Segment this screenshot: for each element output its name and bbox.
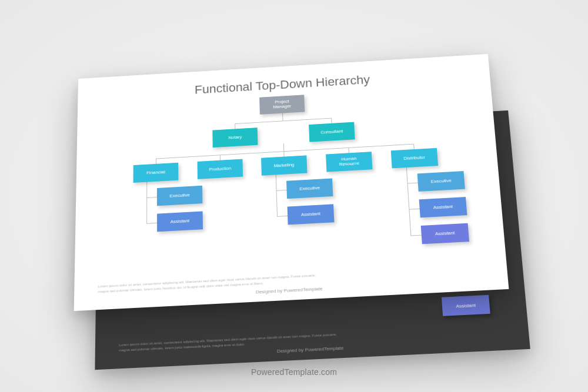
org-node-project-manager: ProjectManager (259, 95, 305, 115)
org-node-executive-2: Executive (286, 178, 333, 199)
connector (146, 197, 157, 198)
org-node-executive-3: Executive (417, 171, 465, 192)
org-node-assistant-2: Assistant (288, 204, 335, 225)
connector (409, 208, 419, 209)
org-node-assistant-4: Assistant (421, 223, 469, 244)
connector (406, 167, 412, 235)
connector (282, 113, 283, 120)
org-node-distributor: Distributor (391, 148, 438, 168)
connector (413, 143, 415, 149)
watermark: PoweredTemplate.com (251, 367, 337, 377)
connector (276, 175, 278, 216)
connector (277, 215, 288, 216)
org-node-notary: Notary (212, 128, 258, 148)
connector (407, 182, 417, 183)
org-node-assistant-3: Assistant (419, 197, 467, 217)
slide-light: Functional Top-Down Hierarchy (74, 53, 509, 310)
connector (235, 123, 235, 129)
org-node-assistant-1: Assistant (157, 211, 203, 232)
org-node-executive-1: Executive (157, 185, 202, 206)
connector (410, 234, 421, 236)
connector (283, 143, 284, 151)
connector (146, 222, 157, 223)
org-node-marketing: Marketing (261, 155, 307, 175)
connector (276, 189, 287, 190)
connector (220, 155, 220, 160)
org-node-production: Production (198, 159, 243, 179)
connector (331, 118, 332, 123)
connector (156, 158, 156, 163)
org-node-consultant: Consultant (309, 122, 355, 142)
org-node-financial: Financial (133, 162, 179, 182)
connector (146, 182, 147, 223)
connector (235, 118, 332, 124)
org-node-human-resource: HumanResource (326, 152, 372, 172)
org-node-assistant-back: Assistant (442, 294, 490, 316)
org-chart: ProjectManager Notary Consultant Financi… (122, 86, 458, 283)
